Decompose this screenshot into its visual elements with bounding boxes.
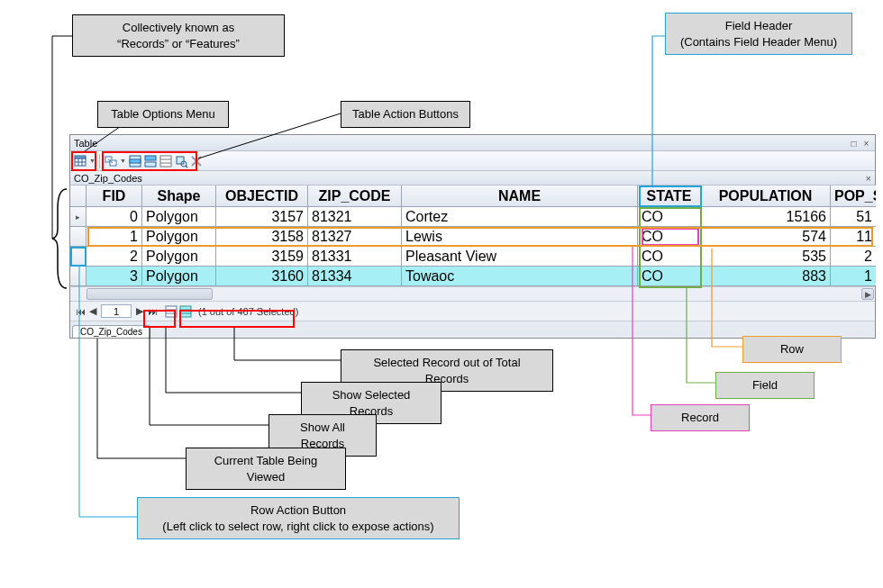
row-selector[interactable]: ▸ (70, 207, 86, 227)
svg-rect-15 (177, 157, 184, 164)
col-header-shape[interactable]: Shape (142, 185, 216, 207)
callout-row: Row (742, 336, 842, 363)
table-row[interactable]: 2 Polygon 3159 81331 Pleasant View CO 53… (70, 247, 875, 267)
scrollbar-thumb[interactable] (86, 288, 213, 300)
col-header-state[interactable]: STATE (638, 185, 701, 207)
callout-records-features: Collectively known as“Records” or “Featu… (72, 14, 285, 57)
zoom-to-selected-button[interactable] (174, 154, 188, 168)
callout-table-action-buttons: Table Action Buttons (341, 101, 470, 128)
col-header-name[interactable]: NAME (402, 185, 638, 207)
table-row[interactable]: ▸ 0 Polygon 3157 81321 Cortez CO 15166 5… (70, 207, 875, 227)
window-close-icon[interactable]: × (861, 139, 871, 149)
svg-rect-11 (145, 162, 156, 167)
col-header-fid[interactable]: FID (86, 185, 142, 207)
record-navigator: ⏮ ◀ 1 ▶ ⏭ (1 out of 467 Selected) (70, 301, 875, 321)
col-header-zipcode[interactable]: ZIP_CODE (308, 185, 402, 207)
row-selector-header[interactable] (70, 185, 86, 207)
window-restore-icon[interactable]: □ (849, 139, 859, 149)
table-tab[interactable]: CO_Zip_Codes (72, 325, 150, 338)
col-header-population[interactable]: POPULATION (701, 185, 831, 207)
callout-current-table: Current Table Being Viewed (186, 448, 346, 490)
clear-selection-button[interactable] (159, 154, 173, 168)
attribute-grid: FID Shape OBJECTID ZIP_CODE NAME STATE P… (70, 185, 875, 286)
table-options-button[interactable]: ▼ (73, 154, 96, 168)
subtitle-bar: CO_Zip_Codes × (70, 171, 875, 185)
svg-rect-10 (145, 156, 156, 160)
nav-next-icon[interactable]: ▶ (133, 305, 146, 317)
switch-selection-button[interactable] (143, 154, 158, 168)
window-title: Table (74, 138, 97, 149)
grid-header-row: FID Shape OBJECTID ZIP_CODE NAME STATE P… (70, 185, 875, 207)
table-row[interactable]: 1 Polygon 3158 81327 Lewis CO 574 11 (70, 227, 875, 247)
nav-first-icon[interactable]: ⏮ (74, 306, 86, 317)
svg-rect-23 (180, 306, 191, 317)
svg-rect-12 (160, 156, 171, 167)
toolbar: ▼ ▼ (70, 151, 875, 171)
row-selector[interactable] (70, 227, 86, 247)
dropdown-arrow-icon: ▼ (89, 158, 96, 164)
svg-rect-9 (130, 159, 141, 163)
delete-selected-button[interactable] (189, 154, 204, 168)
select-by-attributes-button[interactable] (128, 154, 142, 168)
row-selector[interactable] (70, 267, 86, 286)
callout-row-action: Row Action Button(Left click to select r… (137, 497, 460, 539)
callout-table-options: Table Options Menu (97, 101, 229, 128)
row-selector[interactable] (70, 247, 86, 267)
window-buttons: □ × (849, 138, 871, 149)
table-name-label: CO_Zip_Codes (74, 173, 142, 184)
svg-line-17 (186, 166, 187, 167)
titlebar: Table □ × (70, 135, 875, 151)
col-header-objectid[interactable]: OBJECTID (216, 185, 308, 207)
selection-status-label: (1 out of 467 Selected) (198, 306, 298, 317)
nav-last-icon[interactable]: ⏭ (146, 306, 159, 317)
dropdown-arrow-icon: ▼ (120, 158, 126, 164)
table-window: Table □ × ▼ ▼ (69, 134, 876, 339)
callout-field-header: Field Header(Contains Field Header Menu) (665, 13, 852, 55)
table-row[interactable]: 3 Polygon 3160 81334 Towaoc CO 883 1 (70, 267, 875, 286)
subtitle-close-icon[interactable]: × (866, 173, 871, 184)
callout-field: Field (715, 372, 815, 399)
callout-record: Record (651, 404, 750, 431)
show-all-records-button[interactable] (164, 304, 178, 319)
related-tables-button[interactable]: ▼ (104, 154, 127, 168)
show-selected-records-button[interactable] (178, 304, 193, 319)
horizontal-scrollbar[interactable]: ▶ (70, 286, 875, 301)
nav-record-input[interactable]: 1 (101, 304, 132, 318)
brace-icon (50, 187, 70, 290)
col-header-popsq[interactable]: POP_SQ (831, 185, 876, 207)
svg-rect-20 (166, 306, 177, 317)
scroll-right-icon[interactable]: ▶ (861, 288, 874, 300)
nav-prev-icon[interactable]: ◀ (86, 305, 99, 317)
